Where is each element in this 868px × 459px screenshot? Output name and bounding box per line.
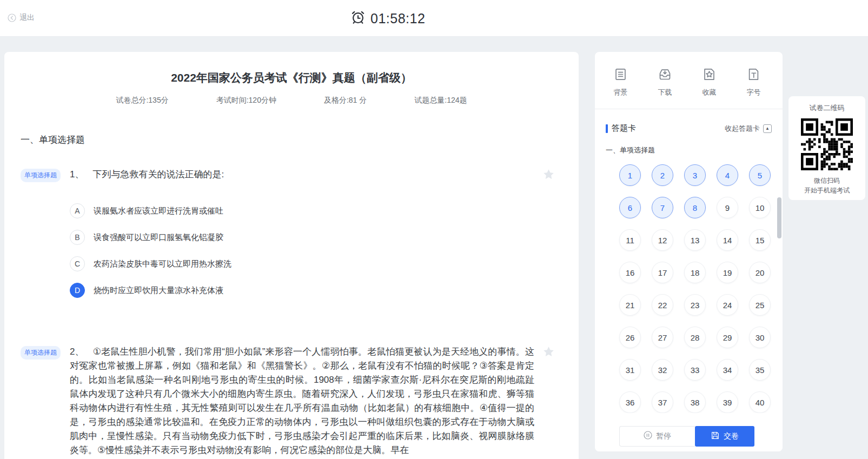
panel-footer: 暂停 交卷 [595,421,783,451]
question-number-29[interactable]: 29 [717,327,738,348]
qr-caption: 微信扫码 开始手机端考试 [804,176,850,195]
question-number-19[interactable]: 19 [717,262,738,283]
question-number-22[interactable]: 22 [652,294,673,316]
favorite-star-icon[interactable] [542,168,555,183]
tool-background[interactable]: 背景 [613,67,628,97]
question-number-36[interactable]: 36 [619,391,641,413]
favorite-icon [702,67,717,82]
tool-label: 下载 [658,88,672,97]
meta-question-count: 试题总量:124题 [414,96,467,105]
question-number-16[interactable]: 16 [619,262,641,283]
exam-timer: 01:58:12 [350,9,425,28]
tool-favorite[interactable]: 收藏 [702,67,717,97]
background-icon [613,67,628,82]
question-2: 单项选择题 2、①老鼠生性胆小机警，我们常用“胆小如鼠”来形容一个人懦弱怕事。老… [21,345,562,457]
question-number-28[interactable]: 28 [684,327,706,348]
back-circle-icon [8,14,16,22]
question-number-32[interactable]: 32 [652,359,673,381]
collapse-answer-card-button[interactable]: 收起答题卡 ▲ [725,124,772,134]
question-number-15[interactable]: 15 [749,229,771,251]
option-a-text: 误服氨水者应该立即进行洗胃或催吐 [94,204,223,218]
question-number-40[interactable]: 40 [749,391,771,413]
download-icon [658,67,672,82]
option-d-circle[interactable]: D [70,283,85,298]
question-number-34[interactable]: 34 [717,359,738,381]
tool-label: 字号 [747,88,761,97]
alarm-clock-icon [350,9,366,28]
question-number-38[interactable]: 38 [684,391,706,413]
answer-panel: 背景 下载 收藏 [595,52,783,451]
option-d[interactable]: D 烧伤时应立即饮用大量凉水补充体液 [70,283,534,298]
qr-title: 试卷二维码 [810,103,845,113]
option-c-text: 农药沾染皮肤中毒可以立即用热水擦洗 [94,257,231,271]
question-number-20[interactable]: 20 [749,262,771,283]
exit-label: 退出 [19,13,35,23]
paper-title: 2022年国家公务员考试《行测》真题（副省级） [21,70,562,85]
tool-label: 背景 [614,88,628,97]
question-number-5[interactable]: 5 [749,164,771,186]
question-number-7[interactable]: 7 [652,197,673,218]
question-number-14[interactable]: 14 [717,229,738,251]
question-number-23[interactable]: 23 [684,294,706,316]
question-number-12[interactable]: 12 [652,229,673,251]
paper-meta: 试卷总分:135分 考试时间:120分钟 及格分:81 分 试题总量:124题 [21,96,562,105]
question-number-21[interactable]: 21 [619,294,641,316]
question-number-18[interactable]: 18 [684,262,706,283]
question-number-17[interactable]: 17 [652,262,673,283]
option-a-circle[interactable]: A [70,203,85,218]
option-d-text: 烧伤时应立即饮用大量凉水补充体液 [94,283,223,297]
tool-font-size[interactable]: 字号 [746,67,761,97]
option-b-circle[interactable]: B [70,230,85,245]
option-b[interactable]: B 误食强酸可以立即口服氢氧化铝凝胶 [70,230,534,245]
question-1-stem: 1、下列与急救有关的说法正确的是: [70,168,534,182]
option-c-circle[interactable]: C [70,256,85,271]
topbar: 退出 01:58:12 [0,0,868,37]
collapse-up-icon: ▲ [763,124,772,133]
tool-download[interactable]: 下载 [658,67,672,97]
tool-label: 收藏 [703,88,717,97]
pause-button[interactable]: 暂停 [619,426,695,447]
question-number-1[interactable]: 1 [619,164,641,186]
submit-button[interactable]: 交卷 [695,426,754,447]
meta-pass-score: 及格分:81 分 [324,96,367,105]
option-b-text: 误食强酸可以立即口服氢氧化铝凝胶 [94,230,223,244]
pause-icon [644,431,652,441]
question-2-stem: 2、①老鼠生性胆小机警，我们常用“胆小如鼠”来形容一个人懦弱怕事。老鼠怕猫更被认… [70,345,534,457]
option-c[interactable]: C 农药沾染皮肤中毒可以立即用热水擦洗 [70,256,534,271]
question-number-39[interactable]: 39 [717,391,738,413]
question-1-options: A 误服氨水者应该立即进行洗胃或催吐 B 误食强酸可以立即口服氢氧化铝凝胶 C … [70,203,534,298]
question-number-grid-wrap: 1234567891011121314151617181920212223242… [595,164,783,413]
question-number-6[interactable]: 6 [619,197,641,218]
favorite-star-icon[interactable] [542,345,555,360]
question-number-26[interactable]: 26 [619,327,641,348]
question-number-8[interactable]: 8 [684,197,706,218]
option-a[interactable]: A 误服氨水者应该立即进行洗胃或催吐 [70,203,534,218]
question-number-2[interactable]: 2 [652,164,673,186]
question-number-11[interactable]: 11 [619,229,641,251]
question-number-13[interactable]: 13 [684,229,706,251]
accent-bar [606,124,608,133]
scrollbar-thumb[interactable] [777,197,781,238]
question-number-37[interactable]: 37 [652,391,673,413]
question-number-33[interactable]: 33 [684,359,706,381]
question-number-25[interactable]: 25 [749,294,771,316]
question-number-35[interactable]: 35 [749,359,771,381]
question-number-4[interactable]: 4 [717,164,738,186]
question-type-badge: 单项选择题 [21,169,61,182]
section-heading: 一、单项选择题 [21,134,562,146]
question-number-30[interactable]: 30 [749,327,771,348]
timer-value: 01:58:12 [370,11,425,26]
question-number-24[interactable]: 24 [717,294,738,316]
meta-total-score: 试卷总分:135分 [116,96,168,105]
question-number-31[interactable]: 31 [619,359,641,381]
question-number-label: 2、 [70,347,84,357]
save-icon [711,431,720,442]
exit-button[interactable]: 退出 [8,13,35,23]
question-number-10[interactable]: 10 [749,197,771,218]
answer-card-section-label: 一、单项选择题 [595,134,783,155]
question-number-3[interactable]: 3 [684,164,706,186]
question-number-grid: 1234567891011121314151617181920212223242… [595,164,783,413]
question-number-27[interactable]: 27 [652,327,673,348]
question-number-9[interactable]: 9 [717,197,738,218]
answer-card-header: 答题卡 收起答题卡 ▲ [595,109,783,134]
